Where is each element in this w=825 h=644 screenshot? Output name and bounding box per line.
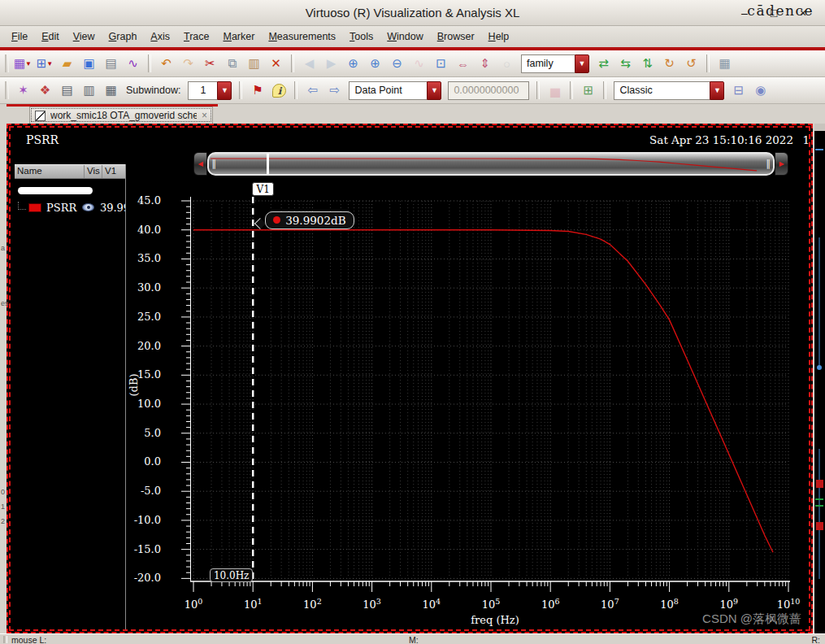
copy-icon[interactable]: ⧉ <box>222 54 242 74</box>
x-range-overview-strip[interactable]: ◀ ∥ ∥ ▶ <box>193 152 788 176</box>
menu-item-window[interactable]: Window <box>387 31 423 42</box>
graph-tab[interactable]: work_smic18 OTA_gmoverid schem... × <box>29 107 213 124</box>
snapshot-icon[interactable]: ∿ <box>123 54 143 74</box>
point-value-input[interactable] <box>448 81 529 100</box>
new-graph-window-dropdown-icon[interactable]: ▼ <box>25 60 33 67</box>
family-combo[interactable]: family▼ <box>521 54 589 73</box>
zoom-out-2x-icon[interactable]: ⊖ <box>387 54 407 74</box>
strip-left-grip[interactable]: ∥ <box>211 158 216 170</box>
subwindow-label: Subwindow: <box>126 85 180 96</box>
save-icon[interactable]: ▣ <box>79 54 99 74</box>
x-tick-label: 105 <box>475 597 507 611</box>
visibility-eye-icon[interactable] <box>82 203 94 211</box>
stack-traces-icon[interactable]: ⇅ <box>637 54 658 74</box>
wizard-icon[interactable]: ✶ <box>13 80 33 101</box>
x-tick-label: 108 <box>653 597 686 611</box>
style-combo-value[interactable]: Classic <box>614 81 710 100</box>
toolbar-grip[interactable] <box>5 81 9 99</box>
watermark: CSDN @落枫微蔷 <box>702 611 801 627</box>
style-combo[interactable]: Classic▼ <box>614 81 724 100</box>
reload-all-icon[interactable]: ↺ <box>681 54 701 74</box>
table-view-icon[interactable]: ▦ <box>714 54 735 74</box>
next-point-icon[interactable]: ⇨ <box>324 80 345 101</box>
print-icon[interactable]: ▤ <box>101 54 121 74</box>
menu-item-measurements[interactable]: Measurements <box>268 31 336 42</box>
toggle-visibility-icon[interactable]: ◉ <box>750 80 771 101</box>
trace-color-swatch[interactable] <box>28 203 41 212</box>
vertical-split-icon[interactable]: ▥ <box>79 80 99 101</box>
point-mode-combo-value[interactable]: Data Point <box>349 81 427 100</box>
toolbar-grip[interactable] <box>5 54 9 72</box>
cards-icon[interactable]: ❖ <box>35 80 55 101</box>
zoom-fit-icon[interactable]: ⊡ <box>431 54 451 74</box>
strip-scroll-left-icon[interactable]: ◀ <box>193 152 207 176</box>
previous-point-icon[interactable]: ⇦ <box>302 80 323 101</box>
delete-icon[interactable]: ✕ <box>266 54 286 74</box>
legend-trace-row[interactable]: PSRR 39.99 <box>15 201 125 214</box>
point-mode-combo[interactable]: Data Point▼ <box>349 81 441 100</box>
strip-scroll-right-icon[interactable]: ▶ <box>775 152 788 176</box>
legend-col-v1[interactable]: V1 <box>102 165 125 178</box>
subwindow-combo[interactable]: 1▼ <box>188 81 232 100</box>
flag-icon[interactable]: ⚑ <box>247 80 267 101</box>
subwindow-combo-value[interactable]: 1 <box>188 81 217 100</box>
occluded-window-sliver <box>814 124 825 633</box>
zoom-in-icon[interactable]: ⊕ <box>343 54 363 74</box>
menu-item-marker[interactable]: Marker <box>223 31 254 42</box>
strip-right-grip[interactable]: ∥ <box>766 158 771 170</box>
reload-icon[interactable]: ↻ <box>659 54 680 74</box>
menu-item-edit[interactable]: Edit <box>41 31 59 42</box>
horizontal-split-icon[interactable]: ▤ <box>57 80 77 101</box>
histogram-icon[interactable]: ▅ <box>545 80 565 101</box>
status-mouse-right: R: <box>812 635 821 644</box>
marker-value-balloon[interactable]: 39.9902dB <box>265 211 354 229</box>
menu-item-file[interactable]: File <box>11 31 28 42</box>
family-combo-arrow-icon[interactable]: ▼ <box>575 54 589 73</box>
tab-close-icon[interactable]: × <box>202 110 207 121</box>
menu-item-browser[interactable]: Browser <box>437 31 475 42</box>
menu-item-axis[interactable]: Axis <box>150 31 170 42</box>
cut-icon[interactable]: ✂ <box>200 54 220 74</box>
background-fragment: 1 <box>1 503 5 511</box>
calculator-icon[interactable]: ⊞ <box>578 80 598 101</box>
x-tick-label: 104 <box>415 597 448 611</box>
swap-sweep-icon[interactable]: ⇄ <box>593 54 614 74</box>
overlay-traces-icon[interactable]: ⇆ <box>615 54 636 74</box>
menu-item-graph[interactable]: Graph <box>109 31 137 42</box>
waveform-tab-icon <box>35 111 46 121</box>
menu-item-help[interactable]: Help <box>488 31 510 42</box>
zoom-x-icon[interactable]: ⇔ <box>453 54 473 74</box>
new-subwindow-icon[interactable]: ⊞▼ <box>35 54 55 74</box>
grid-layout-icon[interactable]: ▦ <box>101 80 121 101</box>
zoom-y-icon[interactable]: ⇕ <box>475 54 495 74</box>
legend-col-vis[interactable]: Vis <box>85 165 102 178</box>
open-icon[interactable]: ▰ <box>57 54 77 74</box>
legend-col-name[interactable]: Name <box>15 165 85 178</box>
subwindow-combo-arrow-icon[interactable]: ▼ <box>217 81 232 100</box>
annotation-balloon-icon[interactable]: i <box>269 80 289 101</box>
strip-groove[interactable]: ∥ ∥ <box>207 152 775 176</box>
marker-v1-label[interactable]: V1 <box>252 182 274 196</box>
zoom-previous-icon[interactable]: ○ <box>497 54 517 74</box>
redo-icon[interactable]: ↷ <box>178 54 198 74</box>
save-style-icon[interactable]: ⊟ <box>728 80 749 101</box>
new-graph-window-icon[interactable]: ▦▼ <box>13 54 33 74</box>
zoom-in-2x-icon[interactable]: ⊕ <box>365 54 385 74</box>
style-combo-arrow-icon[interactable]: ▼ <box>710 81 724 100</box>
menu-item-trace[interactable]: Trace <box>184 31 210 42</box>
new-subwindow-dropdown-icon[interactable]: ▼ <box>46 60 54 67</box>
background-fragment: 2 <box>1 517 5 525</box>
toolbar-separator <box>294 81 297 99</box>
forward-icon[interactable]: ▶ <box>321 54 341 74</box>
status-mouse-middle: M: <box>409 635 419 644</box>
toolbar-separator <box>148 54 151 72</box>
point-mode-combo-arrow-icon[interactable]: ▼ <box>427 81 441 100</box>
menu-item-tools[interactable]: Tools <box>350 31 373 42</box>
menu-item-view[interactable]: View <box>73 31 95 42</box>
family-combo-value[interactable]: family <box>521 54 575 73</box>
back-icon[interactable]: ◀ <box>299 54 319 74</box>
undo-icon[interactable]: ↶ <box>156 54 176 74</box>
zoom-waveform-icon[interactable]: ∿ <box>409 54 429 74</box>
paste-icon[interactable]: ▥ <box>244 54 264 74</box>
trace-name[interactable]: PSRR <box>46 202 82 214</box>
